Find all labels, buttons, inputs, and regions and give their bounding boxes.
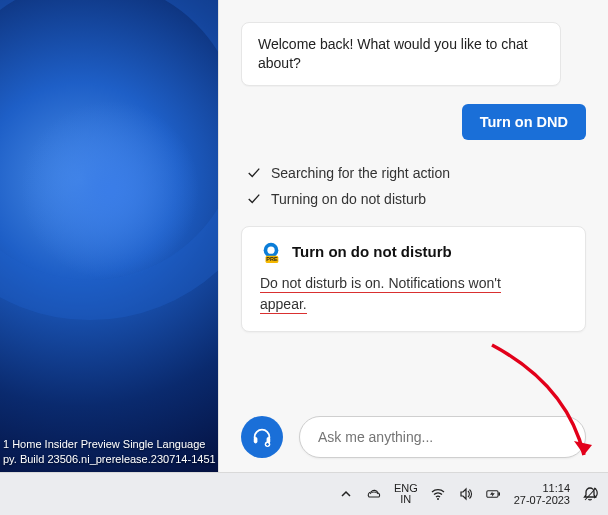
desktop-wallpaper xyxy=(0,0,218,472)
status-item: Turning on do not disturb xyxy=(241,186,586,212)
action-result-card: PRE Turn on do not disturb Do not distur… xyxy=(241,226,586,332)
assistant-message: Welcome back! What would you like to cha… xyxy=(241,22,561,86)
svg-point-1 xyxy=(267,246,274,253)
svg-text:PRE: PRE xyxy=(266,256,278,262)
battery-icon[interactable] xyxy=(486,486,502,502)
action-description: Do not disturb is on. Notifications won'… xyxy=(260,273,567,315)
lang-region: IN xyxy=(394,494,418,505)
svg-point-7 xyxy=(437,498,439,500)
svg-rect-9 xyxy=(498,492,500,495)
voice-input-button[interactable] xyxy=(241,416,283,458)
watermark-line1: 1 Home Insider Preview Single Language xyxy=(3,437,216,452)
check-icon xyxy=(247,192,261,206)
desc-segment: appear. xyxy=(260,296,307,314)
chat-input-row xyxy=(241,416,586,458)
taskbar-clock[interactable]: 11:14 27-07-2023 xyxy=(514,482,570,506)
clock-time: 11:14 xyxy=(514,482,570,494)
action-title: Turn on do not disturb xyxy=(292,243,452,260)
status-text: Searching for the right action xyxy=(271,165,450,181)
status-item: Searching for the right action xyxy=(241,160,586,186)
onedrive-icon[interactable] xyxy=(366,486,382,502)
tray-chevron-icon[interactable] xyxy=(338,486,354,502)
windows-watermark: 1 Home Insider Preview Single Language p… xyxy=(3,437,216,467)
chat-input[interactable] xyxy=(299,416,586,458)
copilot-chat-panel: Welcome back! What would you like to cha… xyxy=(218,0,608,472)
action-status-list: Searching for the right action Turning o… xyxy=(241,160,586,212)
headset-icon xyxy=(251,426,273,448)
wifi-icon[interactable] xyxy=(430,486,446,502)
notification-dnd-icon[interactable] xyxy=(582,486,598,502)
settings-app-icon: PRE xyxy=(260,241,282,263)
check-icon xyxy=(247,166,261,180)
desc-segment: Do not disturb is on. Notifications won'… xyxy=(260,275,501,293)
taskbar[interactable]: ENG IN 11:14 27-07-2023 xyxy=(0,472,608,515)
clock-date: 27-07-2023 xyxy=(514,494,570,506)
watermark-line2: py. Build 23506.ni_prerelease.230714-145… xyxy=(3,452,216,467)
volume-icon[interactable] xyxy=(458,486,474,502)
status-text: Turning on do not disturb xyxy=(271,191,426,207)
svg-rect-4 xyxy=(254,437,258,443)
user-message[interactable]: Turn on DND xyxy=(462,104,586,140)
language-indicator[interactable]: ENG IN xyxy=(394,483,418,505)
